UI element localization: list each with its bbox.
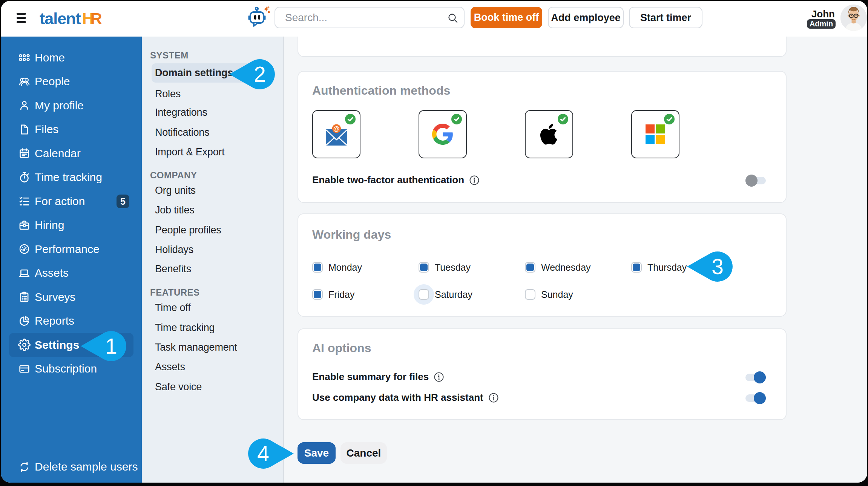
enabled-check-badge <box>663 113 676 126</box>
checkbox[interactable] <box>312 289 323 300</box>
main-content: Authentication methods @ <box>284 37 867 483</box>
callout-number: 2 <box>254 62 266 86</box>
cancel-button[interactable]: Cancel <box>340 442 387 464</box>
two-factor-toggle[interactable] <box>745 175 766 187</box>
checklist-icon <box>18 195 31 207</box>
card-title: Authentication methods <box>312 84 450 98</box>
subnav-item-integrations[interactable]: Integrations <box>155 103 207 122</box>
sidebar-item-label: Time tracking <box>35 171 102 184</box>
auth-method-google[interactable] <box>419 110 467 158</box>
enabled-check-badge <box>557 113 569 126</box>
toggle-knob <box>745 175 758 187</box>
sidebar-item-home[interactable]: Home <box>9 46 133 70</box>
checkbox[interactable] <box>525 262 535 273</box>
day-checkbox-thursday[interactable]: Thursday <box>631 262 687 273</box>
search-icon[interactable] <box>446 12 459 25</box>
user-avatar[interactable] <box>840 5 867 31</box>
sidebar-item-label: Assets <box>35 267 69 279</box>
subnav-item-people-profiles[interactable]: People profiles <box>155 220 221 240</box>
ai-company-data-toggle[interactable] <box>745 392 766 404</box>
sidebar-item-files[interactable]: Files <box>9 118 133 142</box>
sidebar-item-label: For action <box>35 195 85 208</box>
callout-pin-1: 1 <box>80 330 127 363</box>
sidebar-item-time-tracking[interactable]: Time tracking <box>9 166 133 190</box>
subnav-item-import-export[interactable]: Import & Export <box>155 142 225 162</box>
sidebar-item-label: My profile <box>35 99 84 112</box>
subnav-item-assets[interactable]: Assets <box>155 357 185 377</box>
assistant-bot-icon[interactable] <box>248 5 270 29</box>
subnav-item-holidays[interactable]: Holidays <box>155 240 193 259</box>
sidebar-item-label: Performance <box>35 243 100 256</box>
auth-method-apple[interactable] <box>525 110 573 158</box>
day-checkbox-wednesday[interactable]: Wednesday <box>525 262 591 273</box>
search-placeholder: Search... <box>285 8 327 28</box>
sidebar-item-label: People <box>35 75 70 88</box>
sidebar-item-label: Reports <box>35 314 74 327</box>
day-checkbox-monday[interactable]: Monday <box>312 262 362 273</box>
app-logo[interactable]: talentHR <box>40 9 102 28</box>
day-label: Saturday <box>435 289 472 300</box>
sidebar-item-label: Hiring <box>35 219 64 232</box>
subnav-item-roles[interactable]: Roles <box>155 84 181 104</box>
callout-number: 4 <box>257 442 269 466</box>
info-icon[interactable] <box>469 175 480 186</box>
sidebar-item-hiring[interactable]: Hiring <box>9 213 133 238</box>
checkbox[interactable] <box>419 289 429 300</box>
svg-text:@: @ <box>333 125 340 132</box>
sidebar-item-performance[interactable]: Performance <box>9 237 133 261</box>
add-employee-button[interactable]: Add employee <box>548 7 624 28</box>
subnav-item-job-titles[interactable]: Job titles <box>155 200 195 220</box>
day-checkbox-tuesday[interactable]: Tuesday <box>419 262 471 273</box>
start-timer-button[interactable]: Start timer <box>629 7 702 28</box>
subnav-item-time-off[interactable]: Time off <box>155 298 190 317</box>
sidebar: Home People My profile <box>1 37 142 483</box>
sidebar-item-surveys[interactable]: Surveys <box>9 285 133 309</box>
gear-icon <box>18 339 31 351</box>
auth-method-email[interactable]: @ <box>312 110 360 158</box>
sidebar-item-label: Calendar <box>35 147 81 160</box>
subnav-item-benefits[interactable]: Benefits <box>155 259 191 279</box>
subnav-section-system: SYSTEM <box>150 46 189 65</box>
sidebar-item-label: Subscription <box>35 362 97 375</box>
file-icon <box>18 123 31 136</box>
auth-method-microsoft[interactable] <box>631 110 679 158</box>
subnav-item-task-management[interactable]: Task management <box>155 337 237 357</box>
ai-options-card: AI options Enable summary for files Use … <box>298 328 787 420</box>
sidebar-item-assets[interactable]: Assets <box>9 261 133 285</box>
day-checkbox-friday[interactable]: Friday <box>312 289 354 300</box>
sidebar-item-label: Home <box>35 51 65 64</box>
checkbox[interactable] <box>312 262 323 273</box>
subnav-item-safe-voice[interactable]: Safe voice <box>155 377 202 397</box>
search-input[interactable]: Search... <box>275 7 465 28</box>
checkbox[interactable] <box>419 262 429 273</box>
toggle-knob <box>754 392 766 404</box>
sidebar-item-for-action[interactable]: For action 5 <box>9 189 133 213</box>
checkbox[interactable] <box>631 262 642 273</box>
sidebar-item-calendar[interactable]: Calendar <box>9 141 133 166</box>
info-icon[interactable] <box>433 371 445 383</box>
callout-pin-2: 2 <box>228 58 276 91</box>
subnav-item-notifications[interactable]: Notifications <box>155 123 209 142</box>
sidebar-item-people[interactable]: People <box>9 70 133 94</box>
day-checkbox-sunday[interactable]: Sunday <box>525 289 573 300</box>
book-time-off-button[interactable]: Book time off <box>471 7 542 28</box>
info-icon[interactable] <box>488 392 499 403</box>
subnav-item-time-tracking[interactable]: Time tracking <box>155 318 215 337</box>
enabled-check-badge <box>450 113 463 126</box>
sidebar-item-label: Surveys <box>35 291 75 304</box>
user-role-badge: Admin <box>807 19 836 29</box>
subnav-item-org-units[interactable]: Org units <box>155 181 196 200</box>
home-icon <box>18 51 31 64</box>
checkbox[interactable] <box>525 289 535 300</box>
ai-company-data-row: Use company data with HR assistant <box>312 392 499 403</box>
sidebar-item-delete-sample-users[interactable]: Delete sample users <box>9 455 133 479</box>
save-button[interactable]: Save <box>298 442 336 464</box>
sidebar-item-my-profile[interactable]: My profile <box>9 94 133 118</box>
profile-icon <box>18 99 31 112</box>
ai-summary-toggle[interactable] <box>745 371 766 383</box>
day-checkbox-saturday[interactable]: Saturday <box>419 289 472 300</box>
callout-pin-4: 4 <box>247 437 295 470</box>
ai-summary-row: Enable summary for files <box>312 371 445 383</box>
hamburger-menu-icon[interactable] <box>17 13 26 24</box>
day-label: Thursday <box>647 262 687 273</box>
